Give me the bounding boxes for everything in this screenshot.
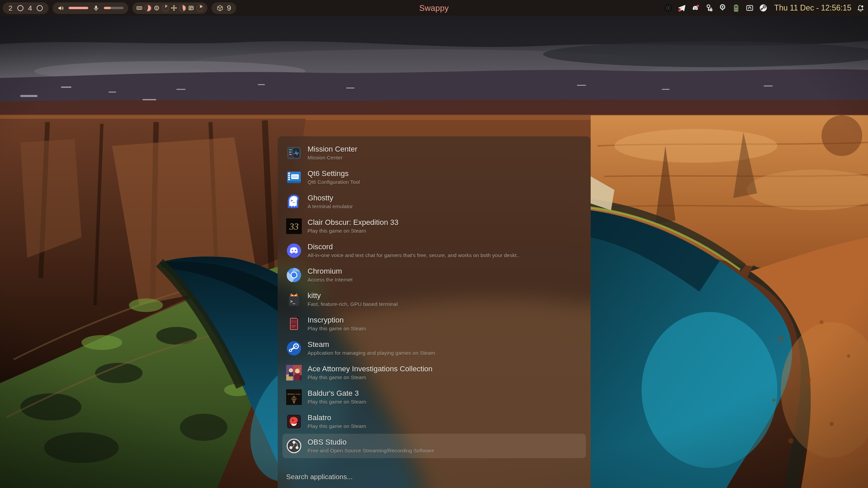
board-icon <box>188 5 195 11</box>
key-tray-icon[interactable] <box>718 4 727 12</box>
telegram-tray-icon[interactable] <box>678 4 686 12</box>
discord-icon <box>286 243 302 258</box>
volume-slider[interactable] <box>69 7 88 9</box>
app-description: Play this game on Steam <box>308 374 432 380</box>
workspace-circle-icon[interactable] <box>17 5 23 11</box>
launcher-item-kitty[interactable]: >_ kitty Fast, feature-rich, GPU based t… <box>282 287 586 312</box>
app-description: Play this game on Steam <box>308 423 366 429</box>
launcher-item-balatro[interactable]: Balatro Play this game on Steam <box>282 409 586 434</box>
clock[interactable]: Thu 11 Dec - 12:56:15 <box>774 3 851 13</box>
steelseries-tray-icon[interactable] <box>664 4 672 12</box>
search-input[interactable]: Search applications... <box>286 473 353 481</box>
launcher-item-chromium[interactable]: Chromium Access the Internet <box>282 263 586 287</box>
launcher-item-obs-studio[interactable]: OBS Studio Free and Open Source Streamin… <box>282 434 586 458</box>
app-name: Steam <box>308 340 435 349</box>
gpu-usage-pie <box>179 4 186 12</box>
app-name: Ghostty <box>308 194 353 202</box>
top-bar-right-modules: Thu 11 Dec - 12:56:15 <box>664 3 865 13</box>
board-usage-pie <box>196 4 204 12</box>
app-launcher: Mission Center Mission Center Qt6 Settin… <box>278 136 591 488</box>
workspace-2[interactable]: 2 <box>8 2 13 14</box>
desktop: 2 4 <box>0 0 868 488</box>
updates-count: 9 <box>227 4 231 13</box>
app-description: Play this game on Steam <box>308 228 399 234</box>
app-name: OBS Studio <box>308 438 434 447</box>
svg-text:>_: >_ <box>290 299 295 304</box>
app-description: All-in-one voice and text chat for gamer… <box>308 252 519 258</box>
launcher-item-baldurs-gate-3[interactable]: Baldur's Gate Baldur's Gate 3 Play this … <box>282 385 586 409</box>
mission-center-icon <box>286 145 302 161</box>
battery-tray-icon[interactable] <box>732 4 740 12</box>
app-description: Play this game on Steam <box>308 399 366 405</box>
app-name: Clair Obscur: Expedition 33 <box>308 218 399 227</box>
svg-text:Baldur's Gate: Baldur's Gate <box>288 393 300 395</box>
board-usage[interactable] <box>188 4 204 12</box>
active-window-title: Swappy <box>419 0 449 16</box>
svg-text:33: 33 <box>289 221 299 232</box>
launcher-item-steam[interactable]: Steam Application for managing and playi… <box>282 336 586 360</box>
chromium-icon <box>286 267 302 283</box>
baldurs-gate-3-icon: Baldur's Gate <box>286 389 302 405</box>
ace-attorney-icon <box>286 365 302 380</box>
audio-module <box>53 2 128 14</box>
launcher-item-ace-attorney[interactable]: Ace Attorney Investigations Collection P… <box>282 360 586 385</box>
app-name: kitty <box>308 292 398 300</box>
qt6-icon <box>286 170 302 185</box>
keepassxc-tray-icon[interactable] <box>705 4 713 12</box>
app-name: Discord <box>308 243 519 251</box>
gpu-icon <box>171 5 177 11</box>
app-name: Baldur's Gate 3 <box>308 389 366 398</box>
svg-text:>_: >_ <box>291 198 295 203</box>
app-name: Qt6 Settings <box>308 170 360 178</box>
system-monitor-module <box>132 2 207 14</box>
ram-usage-pie <box>144 4 152 12</box>
cpu-icon <box>153 5 160 11</box>
app-list: Mission Center Mission Center Qt6 Settin… <box>282 141 586 458</box>
launcher-item-clair-obscur[interactable]: 33 Clair Obscur: Expedition 33 Play this… <box>282 214 586 238</box>
gpu-usage[interactable] <box>171 4 186 12</box>
workspaces-module[interactable]: 2 4 <box>3 2 49 14</box>
app-name: Chromium <box>308 267 353 276</box>
app-name: Inscryption <box>308 316 366 325</box>
cpu-usage[interactable] <box>153 4 169 12</box>
launcher-item-mission-center[interactable]: Mission Center Mission Center <box>282 141 586 165</box>
obs-studio-icon <box>286 438 302 454</box>
steam-tray-icon[interactable] <box>759 4 768 12</box>
app-description: Mission Center <box>308 155 357 161</box>
inscryption-icon <box>286 316 302 332</box>
app-description: Fast, feature-rich, GPU based terminal <box>308 301 398 307</box>
launcher-item-ghostty[interactable]: >_ Ghostty A terminal emulator <box>282 190 586 214</box>
speaker-icon[interactable] <box>57 5 64 12</box>
app-description: A terminal emulator <box>308 203 353 210</box>
app-description: Free and Open Source Streaming/Recording… <box>308 448 434 454</box>
package-icon <box>217 5 223 12</box>
kitty-icon: >_ <box>286 292 302 307</box>
cpu-usage-pie <box>162 4 169 12</box>
ghostty-icon: >_ <box>286 194 302 210</box>
notification-bell-icon[interactable] <box>856 4 865 12</box>
launcher-item-qt6[interactable]: Qt6 Settings Qt6 Configuration Tool <box>282 165 586 190</box>
bell-notification-dot <box>861 5 863 7</box>
workspace-circle-icon[interactable] <box>37 5 43 11</box>
steam-icon <box>286 340 302 356</box>
top-bar: 2 4 <box>0 0 868 16</box>
app-name: Mission Center <box>308 145 357 154</box>
app-name: Ace Attorney Investigations Collection <box>308 365 432 373</box>
balatro-icon <box>286 414 302 429</box>
launcher-item-discord[interactable]: Discord All-in-one voice and text chat f… <box>282 238 586 263</box>
clair-obscur-icon: 33 <box>286 218 302 234</box>
app-description: Play this game on Steam <box>308 326 366 332</box>
ram-usage[interactable] <box>136 4 152 12</box>
mic-slider[interactable] <box>104 7 124 9</box>
app-name: Balatro <box>308 414 366 422</box>
network-tray-icon[interactable] <box>745 4 754 12</box>
launcher-item-inscryption[interactable]: Inscryption Play this game on Steam <box>282 312 586 336</box>
ram-icon <box>136 5 143 11</box>
microphone-icon[interactable] <box>93 5 99 12</box>
app-description: Access the Internet <box>308 277 353 283</box>
updates-module[interactable]: 9 <box>211 2 236 14</box>
workspace-4[interactable]: 4 <box>28 2 32 14</box>
top-bar-left-modules: 2 4 <box>3 2 236 14</box>
discord-tray-icon[interactable] <box>691 4 700 12</box>
discord-notification-dot <box>697 5 699 7</box>
